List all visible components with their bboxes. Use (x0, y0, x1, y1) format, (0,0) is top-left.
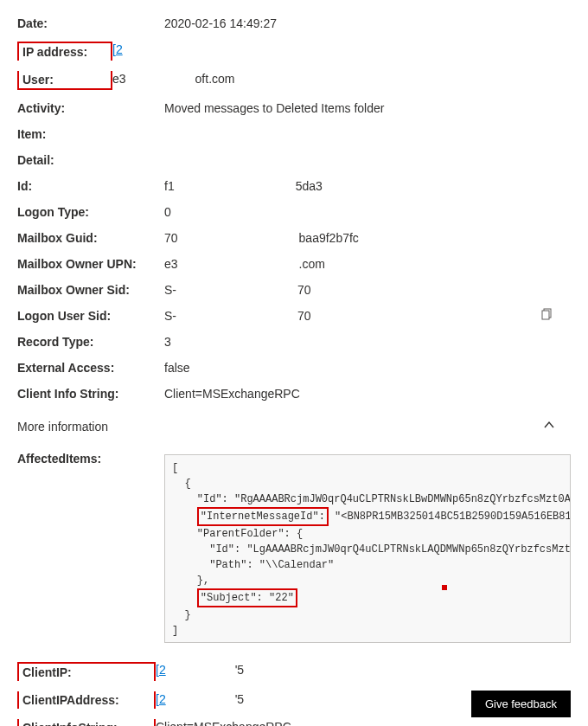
highlight-internetmessageid: "InternetMessageId": (197, 507, 329, 526)
field-value: 0 (164, 204, 571, 220)
field-label: Item: (17, 126, 164, 142)
field-label: Logon Type: (17, 204, 164, 220)
field-row: IP address:[2 (17, 36, 571, 66)
field-value: Client=MSExchangeRPC (156, 719, 571, 726)
field-value: e3oft.com (112, 71, 571, 87)
field-value: [2 (112, 42, 571, 57)
field-row: Date:2020-02-16 14:49:27 (17, 10, 571, 36)
field-label: Id: (17, 178, 164, 194)
field-value: e3.com (164, 256, 571, 272)
field-value: Client=MSExchangeRPC (164, 386, 571, 402)
field-value: [2'5 (156, 662, 571, 678)
affected-items-label: AffectedItems: (17, 451, 164, 466)
field-row: Logon User Sid:S-70 (17, 303, 571, 329)
field-row: External Access:false (17, 355, 571, 381)
value-link[interactable]: [2 (112, 42, 123, 56)
field-row: ClientIP:[2'5 (17, 657, 571, 686)
field-value: 70baa9f2b7fc (164, 230, 571, 246)
give-feedback-button[interactable]: Give feedback (471, 691, 571, 717)
field-label: Mailbox Owner UPN: (17, 256, 164, 272)
field-label: User: (17, 71, 112, 90)
affected-items-code[interactable]: [ { "Id": "RgAAAABRcjmJW0qrQ4uCLPTRNskLB… (164, 454, 571, 643)
field-label: Logon User Sid: (17, 308, 164, 324)
field-value: 3 (164, 334, 571, 350)
field-label: Mailbox Owner Sid: (17, 282, 164, 298)
value-link[interactable]: [2 (156, 692, 166, 706)
field-row: Mailbox Owner UPN:e3.com (17, 251, 571, 277)
highlight-subject: "Subject": "22" (197, 588, 297, 607)
field-row: Item: (17, 121, 571, 147)
field-row: Client Info String:Client=MSExchangeRPC (17, 381, 571, 407)
field-value: 2020-02-16 14:49:27 (164, 16, 571, 31)
field-row: Id:f15da3 (17, 173, 571, 199)
field-row: Mailbox Guid:70baa9f2b7fc (17, 225, 571, 251)
affected-items-row: AffectedItems: [ { "Id": "RgAAAABRcjmJW0… (17, 446, 571, 657)
annotation-dot (442, 585, 447, 590)
field-value: false (164, 360, 571, 376)
field-row: Mailbox Owner Sid:S-70 (17, 277, 571, 303)
field-label: External Access: (17, 360, 164, 376)
field-row: Record Type:3 (17, 329, 571, 355)
field-row: Activity:Moved messages to Deleted Items… (17, 95, 571, 121)
field-label: Record Type: (17, 334, 164, 350)
field-label: Mailbox Guid: (17, 230, 164, 246)
field-label: Date: (17, 16, 164, 31)
field-label: Activity: (17, 100, 164, 116)
field-value: S-70 (164, 282, 571, 298)
field-label: ClientInfoString: (17, 719, 156, 726)
field-row: Logon Type:0 (17, 199, 571, 225)
field-label: Detail: (17, 152, 164, 168)
chevron-up-icon (543, 419, 555, 434)
field-label: ClientIPAddress: (17, 691, 156, 709)
field-value: S-70 (164, 308, 571, 324)
value-link[interactable]: [2 (156, 663, 166, 677)
field-label: Client Info String: (17, 386, 164, 402)
more-info-label: More information (17, 420, 108, 434)
more-information-toggle[interactable]: More information (17, 407, 571, 446)
field-row: Detail: (17, 147, 571, 173)
field-value: f15da3 (164, 178, 571, 194)
field-value: Moved messages to Deleted Items folder (164, 100, 571, 116)
copy-icon[interactable] (541, 308, 553, 320)
svg-rect-1 (542, 311, 549, 319)
field-row: User:e3oft.com (17, 66, 571, 95)
field-label: IP address: (17, 42, 112, 61)
field-label: ClientIP: (17, 662, 156, 681)
